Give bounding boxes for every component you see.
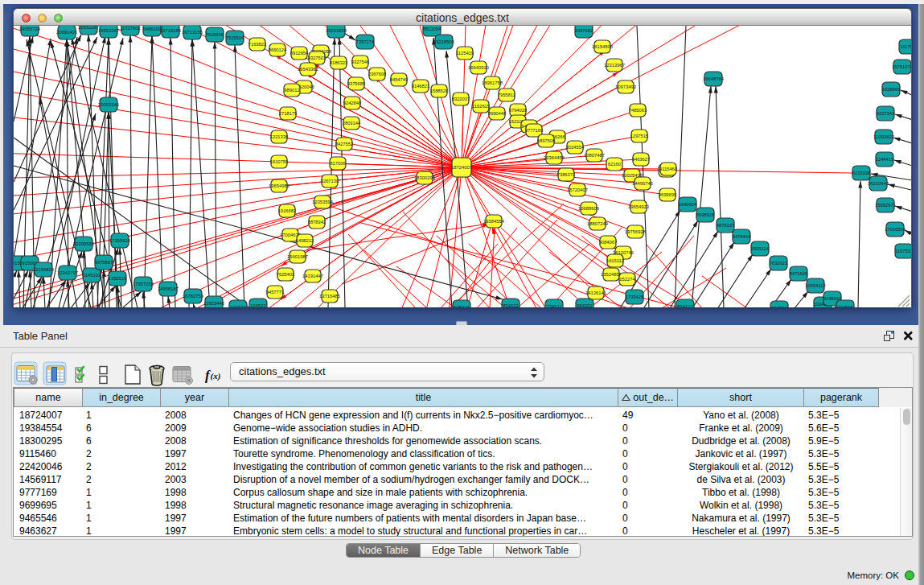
svg-text:9227342: 9227342 [877,111,895,116]
svg-text:15751074: 15751074 [892,64,911,69]
svg-text:8912954: 8912954 [290,51,309,56]
svg-text:9975887: 9975887 [95,260,113,265]
svg-text:14191447: 14191447 [302,274,323,278]
svg-text:1588520: 1588520 [430,89,449,93]
svg-text:12353594: 12353594 [312,200,334,204]
svg-text:3267130: 3267130 [321,179,339,183]
svg-text:18807249: 18807249 [587,221,608,226]
svg-text:19654982: 19654982 [269,183,290,188]
svg-text:7632621: 7632621 [770,261,788,266]
svg-text:10654112: 10654112 [805,283,825,288]
svg-text:12156829: 12156829 [33,267,54,272]
svg-text:14136141: 14136141 [585,290,606,295]
svg-text:1145193: 1145193 [83,273,101,278]
svg-text:104522: 104522 [250,303,265,307]
svg-text:7515546: 7515546 [206,32,224,37]
svg-text:17957255: 17957255 [133,282,154,286]
svg-text:111753: 111753 [901,44,911,49]
svg-text:9457771: 9457771 [266,290,285,295]
svg-text:2935114: 2935114 [751,246,770,251]
svg-text:1125419: 1125419 [456,51,474,56]
svg-text:12923446: 12923446 [203,301,224,306]
svg-text:9242848: 9242848 [343,101,362,105]
svg-text:9084067: 9084067 [599,240,618,245]
svg-text:18724007: 18724007 [451,165,472,170]
svg-text:8813054: 8813054 [423,27,441,31]
svg-text:8878342: 8878342 [308,220,326,225]
svg-text:7163822: 7163822 [248,42,267,47]
svg-text:945234: 945234 [454,305,470,307]
svg-text:20364456: 20364456 [544,155,565,160]
svg-text:16210643: 16210643 [868,181,889,186]
svg-text:9699695: 9699695 [659,192,677,197]
svg-text:16713155: 16713155 [182,30,203,35]
svg-text:9777169: 9777169 [525,128,544,133]
svg-text:9327503: 9327503 [308,56,326,60]
svg-text:8454749: 8454749 [390,77,409,82]
svg-text:19654923: 19654923 [628,204,649,209]
svg-text:8660124: 8660124 [269,47,287,52]
svg-text:19218506: 19218506 [433,39,454,44]
svg-text:12213967: 12213967 [604,63,625,68]
svg-text:854122: 854122 [677,304,692,307]
svg-text:1640954: 1640954 [679,202,697,207]
svg-text:1610755: 1610755 [270,159,289,164]
svg-text:18300295: 18300295 [414,175,435,180]
svg-text:17359924: 17359924 [109,238,131,243]
svg-text:9115460: 9115460 [659,167,677,171]
svg-text:2087682: 2087682 [575,28,593,33]
svg-text:124034: 124034 [230,305,246,307]
svg-text:1297515: 1297515 [630,134,649,138]
svg-text:954201: 954201 [577,303,592,307]
svg-text:17016504: 17016504 [885,227,906,232]
svg-text:6879197: 6879197 [717,223,735,228]
svg-text:14495746: 14495746 [632,181,653,186]
svg-text:734511: 734511 [547,304,562,307]
svg-text:8322037: 8322037 [452,97,470,101]
svg-text:15401987: 15401987 [287,254,308,259]
svg-text:20053346: 20053346 [98,102,119,107]
svg-text:7625402: 7625402 [277,272,295,277]
svg-text:16543362: 16543362 [298,67,318,72]
svg-text:11327602: 11327602 [120,26,140,31]
svg-text:10688609: 10688609 [578,206,599,211]
svg-text:1498212: 1498212 [296,238,314,243]
svg-text:3024554: 3024554 [566,145,585,150]
svg-text:10973493: 10973493 [615,84,636,89]
svg-text:16782759: 16782759 [183,294,203,299]
svg-text:1350515: 1350515 [109,276,127,281]
svg-text:8990448: 8990448 [488,111,507,116]
svg-text:6794028: 6794028 [509,108,528,113]
svg-text:7357274: 7357274 [356,39,375,44]
svg-text:24055724: 24055724 [19,27,41,31]
svg-text:817006: 817006 [330,161,345,166]
svg-text:8215938: 8215938 [852,171,871,175]
svg-text:10807487: 10807487 [584,153,605,158]
svg-text:8938928: 8938928 [696,212,715,217]
svg-text:7955812: 7955812 [498,93,516,97]
svg-text:7485063: 7485063 [629,108,647,113]
svg-text:15692971: 15692971 [875,203,896,208]
svg-text:16961758: 16961758 [482,80,503,85]
svg-text:8471626: 8471626 [790,271,808,276]
svg-text:834522: 834522 [503,303,518,307]
svg-text:9327546: 9327546 [351,60,370,64]
svg-text:2803144: 2803144 [343,121,361,126]
svg-text:20206556: 20206556 [73,241,94,246]
svg-text:924501: 924501 [771,306,786,307]
svg-text:12342797: 12342797 [57,270,78,275]
svg-text:1916682: 1916682 [278,208,297,213]
svg-text:8186323: 8186323 [330,60,348,65]
svg-text:924565: 924565 [837,305,852,307]
svg-text:9329966: 9329966 [882,87,901,92]
svg-text:12093822: 12093822 [873,134,894,139]
svg-text:20691406: 20691406 [56,30,77,35]
svg-text:13716485: 13716485 [319,294,340,299]
svg-text:6897508: 6897508 [537,138,556,143]
svg-text:2718179: 2718179 [279,111,298,116]
svg-text:1221338: 1221338 [270,134,289,139]
svg-text:9375685: 9375685 [347,81,366,86]
svg-text:7515524: 7515524 [226,35,244,40]
svg-text:1733426: 1733426 [626,295,644,299]
svg-text:252274: 252274 [619,277,635,282]
